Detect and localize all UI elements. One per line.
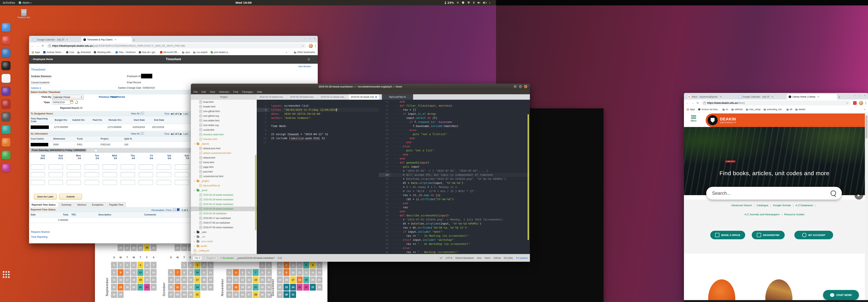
profile-avatar[interactable] xyxy=(309,44,313,48)
editor-tab[interactable]: 2019-04-26-tweek.mar xyxy=(348,94,379,100)
status-item[interactable]: UTF-8 xyxy=(445,257,452,259)
tree-item[interactable]: default-post.html xyxy=(191,146,257,151)
popout-icon[interactable] xyxy=(141,112,143,114)
refresh-icon[interactable] xyxy=(74,100,79,104)
library-link[interactable]: Catalogue xyxy=(756,204,768,207)
extension-icon[interactable]: ••• xyxy=(853,101,857,105)
tree-item[interactable]: 2019-04-26-tweek.markdown xyxy=(191,207,257,211)
status-tab[interactable]: Reported Time Status xyxy=(29,202,58,207)
b2-scrollbar[interactable] xyxy=(865,113,868,302)
tab-close-icon[interactable]: ✕ xyxy=(66,38,68,41)
employee-name[interactable]: Andrew Simmons xyxy=(31,75,52,78)
system-tray[interactable]: 23% ✳ ▾ xyxy=(444,0,490,5)
b2-tab[interactable]: Library Home | Library✕ xyxy=(786,94,837,100)
tree-item[interactable]: icon-github.html xyxy=(191,109,257,114)
tree-item[interactable]: timeslice.html xyxy=(191,137,257,141)
tree-item[interactable]: timeslice-week.html xyxy=(191,132,257,137)
dock-app-files[interactable] xyxy=(2,48,10,57)
date-picker-icon[interactable] xyxy=(70,100,73,104)
action-button-my-account[interactable]: MY ACCOUNT xyxy=(795,231,833,239)
b2-bookmark[interactable]: executing_not... xyxy=(764,108,783,111)
back-icon[interactable]: ← xyxy=(31,44,34,47)
hours-input[interactable] xyxy=(103,172,117,177)
campus-photo-2[interactable] xyxy=(765,279,793,302)
b1-tab[interactable]: 31Google Calendar - July 20✕ xyxy=(31,37,81,42)
dock-app-dark[interactable] xyxy=(2,61,10,70)
b2-forward-icon[interactable]: → xyxy=(691,101,694,105)
focused-app-menu[interactable]: Atom ▾ xyxy=(19,1,32,4)
b1-window-controls[interactable]: —□✕ xyxy=(303,37,316,40)
hours-input[interactable] xyxy=(85,172,99,177)
b1-bookmark[interactable]: spss xyxy=(182,51,190,54)
status-tab[interactable]: Exceptions xyxy=(90,202,106,207)
tree-item[interactable]: ▾_posts xyxy=(191,188,257,193)
tl-view-all[interactable]: View All xyxy=(131,112,139,115)
library-link[interactable]: Advanced Search xyxy=(731,204,752,207)
b1-bookmark[interactable]: timesheet xyxy=(77,51,91,54)
b2-bookmark[interactable]: mac_setup xyxy=(746,108,761,111)
b2-reload-icon[interactable]: ⟲ xyxy=(696,101,699,105)
b1-bookmark[interactable]: Apps xyxy=(32,51,40,54)
tree-item[interactable]: screenshot-list.html xyxy=(191,174,257,179)
tree-item[interactable]: 2019-04-26.markdown xyxy=(191,211,257,216)
hours-input[interactable] xyxy=(175,172,189,177)
hours-input[interactable] xyxy=(49,180,63,185)
tree-item[interactable]: page.html xyxy=(191,165,257,169)
hours-input[interactable] xyxy=(121,172,135,177)
tree-item[interactable]: 2019-06-17-avs.markdown xyxy=(191,216,257,221)
maximize-button[interactable]: □ xyxy=(519,85,522,89)
dock-app-teal[interactable] xyxy=(2,125,10,134)
deakin-logo[interactable] xyxy=(708,115,718,125)
atom-title-bar[interactable]: 2019-04-26-tweek.markdown — ~/src/web/vi… xyxy=(191,83,530,90)
hours-input[interactable] xyxy=(121,180,135,185)
download-grid-icon[interactable] xyxy=(177,208,180,211)
status-tab[interactable]: Summary xyxy=(59,202,74,207)
hours-input[interactable] xyxy=(157,164,171,169)
hours-input[interactable] xyxy=(85,164,99,169)
hours-input[interactable] xyxy=(121,164,135,169)
tree-item[interactable]: ▾_plugins xyxy=(191,179,257,183)
hours-input[interactable] xyxy=(103,164,117,169)
current-file-path[interactable]: _posts/2019-04-26-tweek.markdown* xyxy=(237,257,275,259)
help-icon[interactable]: ? xyxy=(94,148,98,152)
dock-app-light[interactable] xyxy=(2,74,10,83)
hours-input[interactable] xyxy=(175,180,189,185)
date-input[interactable]: 30/03/2019 xyxy=(52,100,70,104)
show-applications-button[interactable] xyxy=(3,271,10,278)
activities-button[interactable]: Activities xyxy=(3,1,15,4)
project-tab[interactable]: Project xyxy=(191,94,257,100)
tree-item[interactable]: ▸_sass xyxy=(191,230,257,234)
chat-now-button[interactable]: CHAT NOW! xyxy=(823,290,859,300)
tree-item[interactable]: head.html xyxy=(191,100,257,104)
status-item[interactable]: Fetch xyxy=(485,257,490,259)
tree-item[interactable]: ▾_layouts xyxy=(191,141,257,146)
new-tab-button[interactable]: + xyxy=(132,38,136,42)
hours-input[interactable] xyxy=(49,172,63,177)
library-search-input[interactable]: Search... xyxy=(706,187,842,200)
dock-app-green[interactable] xyxy=(2,150,10,160)
new-window-link[interactable]: New Window xyxy=(298,65,311,68)
linter-status[interactable]: ✓ No Issues xyxy=(220,257,234,259)
action-button-deakinsync[interactable]: DEAKINSYNC xyxy=(752,231,785,239)
cursor-position[interactable]: 3:41 xyxy=(278,257,282,259)
b1-bookmark[interactable]: Files - OneDrive xyxy=(116,51,135,54)
hours-input[interactable] xyxy=(157,172,171,177)
b1-bookmark[interactable]: Microsoft Offi... xyxy=(160,51,179,54)
tree-item[interactable]: MyAssetFilter.rb xyxy=(191,183,257,188)
tree-item[interactable]: icon-twitter.svg xyxy=(191,123,257,128)
b1-bookmark[interactable]: Andrew Simm... xyxy=(43,51,63,54)
find-link[interactable]: Find xyxy=(166,209,171,211)
search-icon[interactable] xyxy=(831,191,836,196)
tree-item[interactable]: 2019-03-29-tweek.markdown xyxy=(191,197,257,202)
menu-file[interactable]: File xyxy=(193,91,197,93)
b1-address-bar[interactable]: https://deakinpeople.deakin.edu.au/psp/H… xyxy=(46,43,306,48)
b1-bookmark[interactable]: Czar xyxy=(66,51,74,54)
hours-input[interactable] xyxy=(49,164,63,169)
editor-scrollbar[interactable] xyxy=(528,114,529,240)
dock-app-zotero[interactable] xyxy=(2,87,10,96)
tab-close-icon[interactable]: ✕ xyxy=(771,95,773,98)
hours-input[interactable] xyxy=(31,180,45,185)
view-by-select[interactable]: Calendar Period▼ xyxy=(52,95,84,100)
request-absence-link[interactable]: Request Absence xyxy=(31,231,50,233)
tree-item[interactable]: 2019-04-12-tweek.markdown xyxy=(191,202,257,207)
